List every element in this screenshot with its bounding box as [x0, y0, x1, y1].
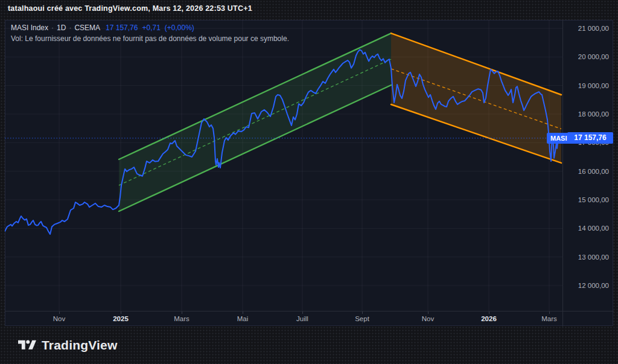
time-axis-label: Nov — [53, 315, 65, 322]
legend-separator: · — [69, 24, 71, 32]
legend-separator: · — [51, 24, 54, 32]
price-axis-label: 16 000,00 — [562, 167, 614, 176]
last-price-axis-label: 17 157,76 — [567, 132, 613, 144]
time-axis-tick — [182, 311, 182, 314]
footer-bar: TradingView — [0, 326, 618, 364]
price-axis-label: 18 000,00 — [562, 110, 614, 118]
price-axis-label: 19 000,00 — [562, 81, 614, 90]
attribution-bar: tatalhaoui créé avec TradingView.com, Ma… — [8, 4, 252, 13]
time-axis-tick — [362, 311, 363, 314]
price-axis-label: 21 000,00 — [562, 24, 614, 33]
chart-panel: MASI Index·1D·CSEMA17 157,76+0,71(+0,00%… — [5, 20, 613, 326]
tradingview-chart-snapshot: tatalhaoui créé avec TradingView.com, Ma… — [0, 0, 618, 364]
price-axis-label: 20 000,00 — [562, 53, 614, 61]
price-change-percent: (+0,00%) — [165, 24, 194, 32]
time-axis-label: 2026 — [481, 315, 497, 322]
time-axis-tick — [59, 311, 60, 314]
volume-note: Vol: Le fournisseur de données ne fourni… — [11, 34, 289, 43]
price-axis[interactable]: 21 000,0020 000,0019 000,0018 000,0017 0… — [562, 20, 614, 311]
time-axis-label: Juill — [296, 315, 308, 322]
attribution-text: tatalhaoui créé avec TradingView.com, Ma… — [8, 4, 252, 13]
price-axis-label: 13 000,00 — [562, 253, 614, 261]
time-axis-label: Sept — [355, 315, 369, 322]
symbol-legend[interactable]: MASI Index·1D·CSEMA17 157,76+0,71(+0,00%… — [11, 24, 194, 32]
last-price-value: 17 157,76 — [106, 24, 138, 32]
time-axis-tick — [549, 311, 550, 314]
time-axis-tick — [243, 311, 243, 314]
price-axis-label: 15 000,00 — [562, 196, 614, 204]
price-axis-label: 14 000,00 — [562, 224, 614, 232]
ascending-channel-fill — [119, 33, 391, 211]
time-axis-label: Mars — [174, 315, 190, 322]
time-axis-tick — [489, 311, 489, 314]
tradingview-logo-icon — [18, 338, 36, 353]
time-axis-tick — [302, 311, 303, 314]
time-axis-label: Nov — [422, 315, 434, 322]
time-axis-label: 2025 — [113, 315, 129, 322]
time-axis-label: Mai — [237, 315, 249, 322]
tradingview-wordmark: TradingView — [42, 338, 118, 353]
time-axis[interactable]: Nov2025MarsMaiJuillSeptNov2026Mars — [5, 311, 562, 327]
price-change: +0,71 — [142, 24, 160, 32]
time-axis-tick — [428, 311, 428, 314]
time-axis-label: Mars — [541, 315, 557, 322]
descending-channel-fill — [391, 33, 561, 163]
interval-label[interactable]: 1D — [57, 24, 66, 32]
price-chart-plot[interactable] — [5, 20, 562, 311]
axis-corner — [562, 311, 614, 327]
exchange-label: CSEMA — [74, 24, 100, 32]
symbol-title[interactable]: MASI Index — [11, 24, 48, 32]
time-axis-tick — [121, 311, 121, 314]
price-axis-label: 12 000,00 — [562, 281, 614, 290]
